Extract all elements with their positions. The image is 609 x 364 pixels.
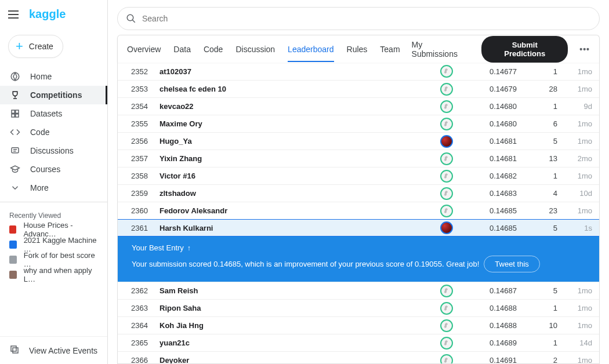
submit-predictions-button[interactable]: Submit Predictions: [481, 36, 568, 63]
table-row[interactable]: 2364Koh Jia Hng0.14688101mo: [118, 316, 599, 334]
sidebar-item-courses[interactable]: Courses: [0, 160, 103, 179]
menu-icon[interactable]: [8, 10, 19, 19]
last: 1mo: [557, 172, 592, 180]
last: 1mo: [557, 286, 592, 295]
sidebar-item-more[interactable]: More: [0, 179, 103, 197]
entries: 5: [517, 286, 557, 295]
last: 1mo: [557, 321, 592, 330]
avatar[interactable]: [440, 152, 453, 165]
avatar[interactable]: [440, 354, 453, 365]
tab-team[interactable]: Team: [380, 37, 400, 62]
team-name: Deyoker: [160, 356, 430, 364]
avatar[interactable]: [440, 65, 453, 78]
tab-rules[interactable]: Rules: [347, 37, 368, 62]
table-row[interactable]: 2357Yixin Zhang0.14681132mo: [118, 150, 599, 167]
table-row[interactable]: 2363Ripon Saha0.1468811mo: [118, 299, 599, 316]
sidebar-item-competitions[interactable]: Competitions: [0, 86, 107, 104]
score: 0.14688: [453, 304, 517, 312]
sidebar-item-code[interactable]: Code: [0, 123, 103, 141]
score: 0.14679: [453, 85, 517, 93]
tab-code[interactable]: Code: [204, 37, 223, 62]
tweet-button[interactable]: Tweet this: [484, 256, 540, 272]
table-row[interactable]: 2362Sam Reish0.1468751mo: [118, 282, 599, 299]
tab-data[interactable]: Data: [173, 37, 191, 62]
members: [430, 319, 453, 332]
create-button[interactable]: + Create: [8, 35, 63, 58]
search-icon: [126, 13, 136, 24]
sidebar-item-home[interactable]: Home: [0, 67, 103, 86]
more-icon: [9, 182, 21, 194]
team-name: yuan21c: [160, 338, 430, 347]
kaggle-logo[interactable]: kaggle: [29, 8, 70, 21]
avatar[interactable]: [440, 319, 453, 332]
rank: 2364: [125, 321, 160, 330]
rank: 2361: [125, 224, 160, 232]
recent-item[interactable]: why and when apply L…: [0, 267, 107, 282]
avatar[interactable]: [440, 302, 453, 315]
sidebar-item-datasets[interactable]: Datasets: [0, 104, 103, 123]
table-row[interactable]: 2353chelsea fc eden 100.14679281mo: [118, 80, 599, 97]
avatar[interactable]: [440, 118, 453, 130]
entries: 1: [517, 102, 557, 111]
avatar[interactable]: [440, 100, 453, 113]
table-row[interactable]: 2365yuan21c0.14689114d: [118, 334, 599, 351]
team-name: Hugo_Ya: [160, 137, 430, 145]
members: [430, 170, 453, 183]
arrow-up-icon: ↑: [187, 244, 191, 252]
svg-rect-3: [16, 110, 19, 113]
avatar[interactable]: [440, 187, 453, 200]
sidebar-item-label: More: [30, 183, 49, 192]
table-row[interactable]: 2355Maxime Ory0.1468061mo: [118, 115, 599, 132]
create-label: Create: [29, 42, 53, 51]
best-entry-banner: Your Best Entry↑Your submission scored 0…: [118, 236, 599, 282]
table-row[interactable]: 2359zltshadow0.14683410d: [118, 184, 599, 202]
rank: 2356: [125, 137, 160, 145]
svg-text:kaggle: kaggle: [29, 8, 66, 20]
leaderboard-table[interactable]: 2352at1020370.1467711mo2353chelsea fc ed…: [117, 63, 600, 364]
plus-icon: +: [16, 40, 23, 53]
avatar[interactable]: [440, 170, 453, 183]
entries: 2: [517, 356, 557, 364]
search-bar[interactable]: [117, 7, 600, 30]
view-active-events[interactable]: View Active Events: [0, 336, 107, 364]
courses-icon: [9, 163, 21, 175]
avatar[interactable]: [440, 205, 453, 217]
recent-item[interactable]: 2021 Kaggle Machine …: [0, 237, 107, 252]
recent-icon: [9, 241, 17, 249]
table-row[interactable]: 2361Harsh Kulkarni0.1468551s: [118, 219, 599, 236]
last: 1mo: [557, 119, 592, 128]
avatar[interactable]: [440, 337, 453, 350]
svg-point-11: [127, 14, 133, 21]
tab-overview[interactable]: Overview: [127, 37, 161, 62]
rank: 2352: [125, 67, 160, 76]
sidebar-item-discussions[interactable]: Discussions: [0, 141, 103, 160]
svg-point-1: [11, 72, 19, 81]
more-icon[interactable]: •••: [579, 45, 590, 54]
members: [430, 135, 453, 148]
members: [430, 221, 453, 234]
team-name: kevcao22: [160, 102, 430, 111]
table-row[interactable]: 2354kevcao220.1468019d: [118, 97, 599, 115]
avatar[interactable]: [440, 285, 453, 297]
table-row[interactable]: 2360Fedorov Aleksandr0.14685231mo: [118, 202, 599, 219]
recent-item[interactable]: Fork of for best score …: [0, 252, 107, 267]
avatar[interactable]: [440, 83, 453, 96]
team-name: Fedorov Aleksandr: [160, 206, 430, 215]
recent-icon: [9, 256, 17, 264]
tab-discussion[interactable]: Discussion: [235, 37, 275, 62]
avatar[interactable]: [440, 135, 453, 148]
my-submissions-link[interactable]: My Submissions: [412, 40, 470, 59]
score: 0.14681: [453, 154, 517, 163]
avatar[interactable]: [440, 221, 453, 234]
table-row[interactable]: 2366Deyoker0.1469121mo: [118, 351, 599, 364]
table-row[interactable]: 2352at1020370.1467711mo: [118, 63, 599, 80]
recent-item[interactable]: House Prices - Advanc…: [0, 222, 107, 237]
entries: 1: [517, 172, 557, 180]
entries: 13: [517, 154, 557, 163]
tab-leaderboard[interactable]: Leaderboard: [288, 37, 334, 62]
table-row[interactable]: 2356Hugo_Ya0.1468151mo: [118, 132, 599, 150]
rank: 2353: [125, 85, 160, 93]
search-input[interactable]: [142, 14, 591, 23]
table-row[interactable]: 2358Victor #160.1468211mo: [118, 167, 599, 184]
sidebar-item-label: Datasets: [30, 109, 62, 118]
